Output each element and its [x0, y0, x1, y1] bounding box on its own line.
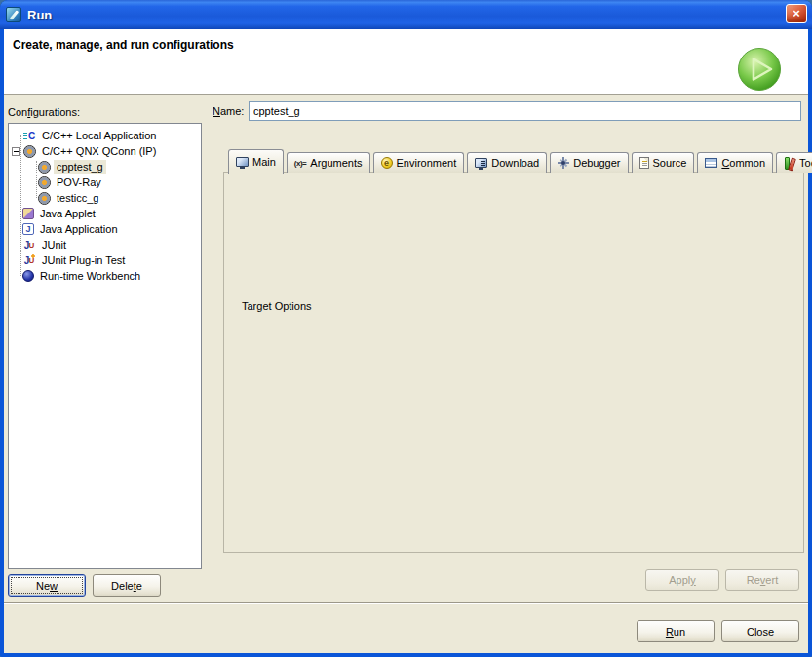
banner-subtitle: Create, manage, and run configurations: [13, 38, 234, 52]
tree-item-java-application[interactable]: Java Application: [9, 221, 201, 237]
tab-download[interactable]: Download: [467, 152, 547, 173]
tree-item-c-cpp-local-application[interactable]: C/C++ Local Application: [9, 128, 201, 143]
delete-button[interactable]: Delete: [93, 574, 161, 597]
run-play-icon: [737, 47, 782, 92]
tree-item-qnx-qconn[interactable]: C/C++ QNX QConn (IP): [9, 143, 201, 159]
qnx-gear-icon: [38, 161, 51, 174]
qnx-gear-icon: [38, 192, 51, 205]
qnx-gear-icon: [38, 176, 51, 189]
tab-common[interactable]: Common: [697, 152, 773, 173]
tab-arguments[interactable]: Arguments: [287, 152, 370, 173]
window-title: Run: [27, 8, 52, 22]
tree-item-junit-plugin-test[interactable]: JUnit Plug-in Test: [9, 252, 201, 268]
close-button[interactable]: Close: [721, 620, 799, 642]
title-bar[interactable]: Run ×: [0, 0, 812, 29]
dialog-body: Create, manage, and run configurations C…: [4, 29, 808, 653]
new-button[interactable]: New: [8, 574, 86, 597]
name-label: Name:: [213, 105, 244, 117]
tree-item-junit[interactable]: JUnit: [9, 237, 201, 252]
tab-tools[interactable]: Tools: [776, 152, 812, 173]
name-input[interactable]: [249, 101, 801, 121]
run-button[interactable]: Run: [637, 620, 715, 642]
tab-source[interactable]: Source: [632, 152, 695, 173]
tab-main[interactable]: Main: [228, 149, 284, 174]
junit-icon: [22, 239, 36, 251]
target-options-title: Target Options: [238, 300, 316, 312]
arguments-icon: [294, 159, 306, 168]
tools-icon: [784, 157, 795, 170]
c-cpp-local-application-icon: [22, 130, 36, 142]
qnx-gear-icon: [23, 145, 36, 158]
java-application-icon: [22, 223, 34, 235]
close-icon[interactable]: ×: [786, 4, 807, 23]
tab-bar: Main Arguments Environment Download Debu…: [228, 148, 812, 173]
tree-item-pov-ray[interactable]: POV-Ray: [9, 174, 201, 190]
banner: Create, manage, and run configurations: [4, 29, 808, 95]
download-icon: [475, 158, 487, 168]
workbench-icon: [22, 270, 34, 282]
revert-button[interactable]: Revert: [725, 569, 799, 591]
tab-debugger[interactable]: Debugger: [550, 152, 628, 173]
java-applet-icon: [22, 208, 34, 219]
junit-plugin-icon: [22, 254, 36, 267]
configurations-label: Configurations:: [8, 106, 80, 118]
tree-item-java-applet[interactable]: Java Applet: [9, 206, 201, 221]
common-icon: [705, 158, 717, 168]
run-dialog: Run × Create, manage, and run configurat…: [0, 0, 812, 657]
configurations-tree[interactable]: C/C++ Local Application C/C++ QNX QConn …: [8, 123, 202, 569]
source-icon: [639, 157, 649, 169]
tree-item-testicc-g[interactable]: testicc_g: [9, 190, 201, 206]
monitor-icon: [236, 157, 249, 167]
footer-separator: [4, 602, 808, 604]
dialog-icon: [6, 7, 21, 22]
collapse-expander-icon[interactable]: [12, 147, 20, 156]
tab-environment[interactable]: Environment: [373, 152, 465, 173]
debugger-icon: [558, 157, 569, 169]
tree-item-cpptest-g[interactable]: cpptest_g: [9, 159, 201, 174]
tree-item-runtime-workbench[interactable]: Run-time Workbench: [9, 268, 201, 284]
environment-icon: [381, 157, 393, 169]
main-tab-panel: [223, 172, 804, 553]
apply-button[interactable]: Apply: [645, 569, 719, 591]
